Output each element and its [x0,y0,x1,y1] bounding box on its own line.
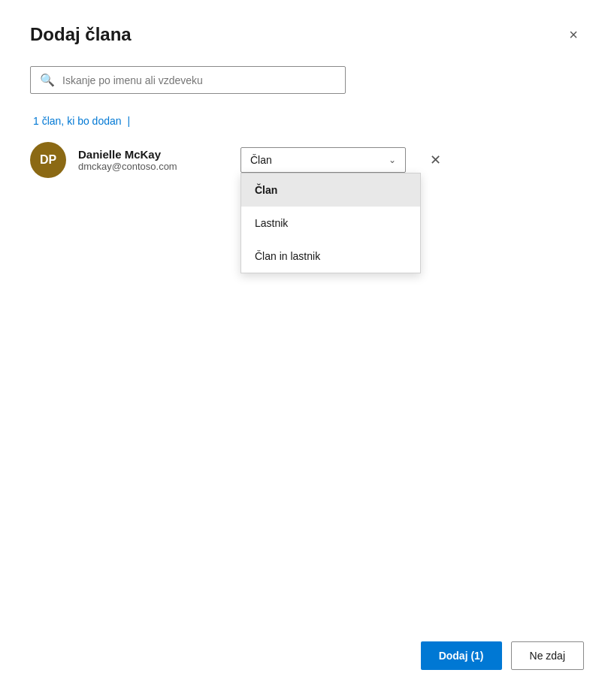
remove-member-button[interactable]: ✕ [424,149,447,171]
dropdown-item-lastnik[interactable]: Lastnik [241,207,420,240]
search-icon: 🔍 [40,73,55,87]
add-button[interactable]: Dodaj (1) [421,641,502,670]
role-dropdown-button[interactable]: Član ⌄ [240,147,406,173]
role-dropdown-wrapper: Član ⌄ Član Lastnik Član in lastnik [240,147,406,173]
avatar: DP [30,142,66,178]
search-box: 🔍 [30,66,346,94]
dialog-title: Dodaj člana [30,24,132,45]
footer-actions: Dodaj (1) Ne zdaj [421,641,584,670]
chevron-down-icon: ⌄ [389,155,396,165]
dropdown-item-clan[interactable]: Član [241,173,420,207]
cancel-button[interactable]: Ne zdaj [511,641,584,670]
dialog-header: Dodaj člana × [30,24,584,45]
member-row: DP Danielle McKay dmckay@contoso.com Čla… [30,142,584,178]
search-input[interactable] [62,74,336,86]
member-count-label: 1 član, ki bo dodan | [30,115,584,127]
member-info: Danielle McKay dmckay@contoso.com [78,148,228,172]
add-member-dialog: Dodaj člana × 🔍 1 član, ki bo dodan | DP… [0,0,614,700]
dropdown-item-clan-in-lastnik[interactable]: Član in lastnik [241,240,420,273]
member-name: Danielle McKay [78,148,228,161]
dialog-close-button[interactable]: × [563,24,584,45]
member-email: dmckay@contoso.com [78,161,228,172]
role-dropdown-menu: Član Lastnik Član in lastnik [240,173,421,273]
role-selected-label: Član [250,154,272,166]
